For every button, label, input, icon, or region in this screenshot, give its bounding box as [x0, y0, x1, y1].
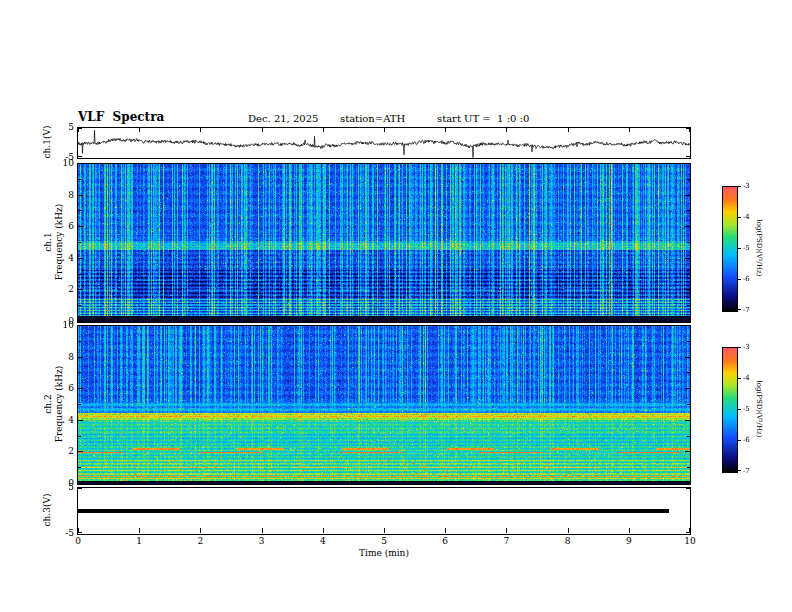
tick-mark — [262, 528, 263, 533]
tick-mark — [445, 528, 446, 533]
y-tick-label: 5 — [52, 482, 74, 492]
x-tick-label: 8 — [558, 536, 578, 546]
tick-mark — [78, 528, 79, 533]
x-tick-label: 6 — [435, 536, 455, 546]
ch2-frequency-text: Frequency (kHz) — [54, 366, 65, 443]
tick-mark — [78, 258, 83, 259]
y-tick-label: 4 — [52, 253, 74, 263]
colorbar-tick-mark — [737, 409, 741, 410]
tick-mark — [78, 483, 83, 484]
tick-mark — [686, 488, 690, 489]
y-tick-label: 2 — [52, 446, 74, 456]
tick-mark — [568, 528, 569, 533]
minor-tick-mark — [687, 305, 690, 306]
minor-tick-mark — [78, 436, 81, 437]
colorbar-tick-label: -7 — [743, 306, 750, 314]
x-tick-label: 9 — [619, 536, 639, 546]
tick-mark — [78, 488, 82, 489]
tick-mark — [685, 195, 690, 196]
minor-tick-mark — [687, 467, 690, 468]
y-tick-label: 8 — [52, 352, 74, 362]
minor-tick-mark — [687, 242, 690, 243]
ch1-colorbar-label: log(PSD)(V²/Hz) — [755, 220, 763, 277]
colorbar-tick-label: -6 — [743, 275, 750, 283]
tick-mark — [78, 195, 83, 196]
tick-mark — [685, 321, 690, 322]
minor-tick-mark — [687, 404, 690, 405]
colorbar-tick-label: -4 — [743, 213, 750, 221]
colorbar-tick-mark — [737, 470, 741, 471]
tick-mark — [685, 163, 690, 164]
tick-mark — [200, 128, 201, 132]
y-tick-label: 2 — [52, 284, 74, 294]
ch2-colorbar-canvas — [723, 348, 737, 472]
y-tick-label: 5 — [52, 122, 74, 132]
tick-mark — [445, 128, 446, 132]
x-tick-label: 7 — [496, 536, 516, 546]
ch1-voltage-axis-label: ch.1(V) — [42, 126, 52, 159]
tick-mark — [139, 528, 140, 533]
minor-tick-mark — [78, 242, 81, 243]
tick-mark — [685, 483, 690, 484]
tick-mark — [262, 128, 263, 132]
ch1-frequency-text: Frequency (kHz) — [54, 204, 65, 281]
x-tick-label: 5 — [374, 536, 394, 546]
minor-tick-mark — [687, 210, 690, 211]
colorbar-tick-label: -3 — [743, 182, 750, 190]
tick-mark — [685, 451, 690, 452]
tick-mark — [78, 128, 79, 132]
y-tick-label: 6 — [52, 383, 74, 393]
tick-mark — [384, 528, 385, 533]
tick-mark — [689, 128, 690, 132]
tick-mark — [685, 325, 690, 326]
colorbar-tick-mark — [737, 347, 741, 348]
minor-tick-mark — [687, 372, 690, 373]
tick-mark — [78, 388, 83, 389]
tick-mark — [506, 528, 507, 533]
tick-mark — [685, 357, 690, 358]
tick-mark — [78, 325, 83, 326]
minor-tick-mark — [78, 404, 81, 405]
tick-mark — [78, 226, 83, 227]
x-tick-label: 0 — [68, 536, 88, 546]
x-tick-label: 4 — [313, 536, 333, 546]
x-tick-label: 2 — [190, 536, 210, 546]
tick-mark — [78, 321, 83, 322]
minor-tick-mark — [78, 274, 81, 275]
tick-mark — [139, 128, 140, 132]
colorbar-tick-label: -5 — [743, 405, 750, 413]
x-tick-label: 3 — [252, 536, 272, 546]
vlf-spectra-figure: VLF Spectra Dec. 21, 2025 station=ATH st… — [0, 0, 792, 612]
tick-mark — [323, 528, 324, 533]
tick-mark — [685, 388, 690, 389]
ch2-colorbar — [722, 347, 738, 473]
y-tick-label: 10 — [52, 320, 74, 330]
tick-mark — [506, 128, 507, 132]
colorbar-tick-mark — [737, 440, 741, 441]
colorbar-tick-mark — [737, 279, 741, 280]
y-tick-label: 4 — [52, 415, 74, 425]
minor-tick-mark — [78, 305, 81, 306]
ch1-waveform-canvas — [78, 128, 690, 158]
tick-mark — [384, 128, 385, 132]
ch2-spectrogram-canvas — [78, 326, 690, 484]
x-tick-label: 10 — [680, 536, 700, 546]
ch1-frequency-axis-label: ch.1 Frequency (kHz) — [43, 204, 65, 281]
minor-tick-mark — [687, 436, 690, 437]
minor-tick-mark — [687, 274, 690, 275]
colorbar-tick-label: -4 — [743, 374, 750, 382]
ch2-frequency-axis-label: ch.2 Frequency (kHz) — [43, 366, 65, 443]
ch1-colorbar — [722, 186, 738, 312]
colorbar-tick-mark — [737, 217, 741, 218]
ch2-label: ch.2 — [43, 366, 54, 443]
minor-tick-mark — [78, 372, 81, 373]
colorbar-tick-label: -6 — [743, 436, 750, 444]
minor-tick-mark — [687, 179, 690, 180]
minor-tick-mark — [78, 341, 81, 342]
minor-tick-mark — [78, 210, 81, 211]
y-tick-label: -5 — [52, 152, 74, 162]
figure-title: VLF Spectra — [78, 110, 164, 124]
colorbar-tick-label: -5 — [743, 244, 750, 252]
tick-mark — [78, 357, 83, 358]
tick-mark — [685, 258, 690, 259]
